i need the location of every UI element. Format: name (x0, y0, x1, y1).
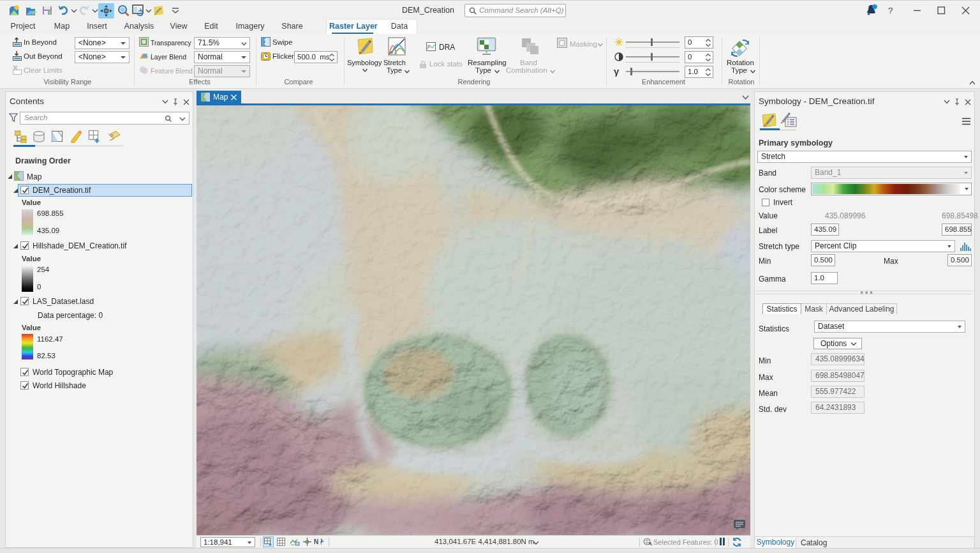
svg-text:N: N (314, 538, 318, 545)
svg-text:?: ? (888, 6, 893, 15)
